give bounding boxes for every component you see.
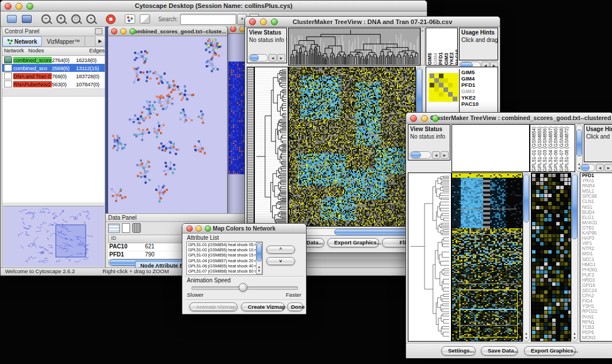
network-view-canvas[interactable]	[108, 36, 226, 213]
open-session-button[interactable]	[5, 13, 18, 25]
tv1-splitter[interactable]: ▸	[420, 28, 425, 66]
close-icon[interactable]	[5, 3, 12, 10]
attribute-item[interactable]: GPL51-07 (GSM868) heat shock 60 min	[187, 269, 256, 274]
search-label: Search:	[158, 16, 178, 22]
tv2-export-graphics-button[interactable]: Export Graphics...	[524, 346, 576, 355]
tv2-view-status-scrollbar[interactable]: ◀▶	[410, 151, 449, 159]
tv2-zoom-heatmap[interactable]	[531, 173, 571, 342]
move-up-button[interactable]: ^	[266, 246, 295, 254]
gene-label[interactable]: PAC10	[460, 101, 498, 107]
gene-label[interactable]: GIM3	[460, 88, 498, 94]
zoom-window-icon[interactable]	[271, 18, 278, 25]
delete-attribute-icon[interactable]	[132, 223, 141, 233]
create-vizmap-button[interactable]: Create Vizmap	[241, 302, 285, 311]
tv1-column-dendrogram[interactable]	[288, 28, 420, 66]
attribute-item[interactable]: GPL51-04 (GSM857) heat shock 20 min	[187, 258, 256, 263]
tv1-zoom-heatmap[interactable]	[429, 73, 458, 102]
tv2-gene-list: PFD1YRA1RNR4MSL1SPC98CLN1NIS1BUD4ELG1MAK…	[580, 173, 612, 342]
zoom-in-button[interactable]: +	[55, 13, 67, 25]
gene-label[interactable]: GIM5	[460, 69, 498, 75]
move-down-button[interactable]: v	[266, 257, 295, 265]
network-overview[interactable]	[3, 206, 104, 267]
treeview2-titlebar[interactable]: ClusterMaker TreeView : combined_scores_…	[406, 113, 612, 124]
vizmapper-button[interactable]	[124, 13, 136, 25]
save-session-button[interactable]	[20, 13, 33, 25]
map-colors-dialog[interactable]: Map Colors to Network Attribute List GPL…	[182, 223, 307, 315]
tab-overflow-button[interactable]: ▶	[95, 36, 105, 47]
tv2-heatmap[interactable]	[452, 173, 523, 342]
select-attributes-icon[interactable]	[108, 224, 120, 233]
tab-vizmapper[interactable]: VizMapper™	[42, 36, 85, 47]
zoom-window-icon[interactable]	[129, 28, 136, 35]
tv2-settings-button[interactable]: Settings...	[441, 346, 476, 355]
tv2-zoom-vscrollbar[interactable]: ▲▼	[571, 173, 578, 342]
attribute-item[interactable]: GPL51-06 (GSM865) heat shock 40 min	[187, 263, 256, 269]
tv1-row-dendrogram[interactable]	[254, 67, 288, 227]
control-panel-header: Control Panel	[2, 27, 105, 36]
minimize-icon[interactable]	[260, 18, 267, 25]
minimize-icon[interactable]	[120, 28, 127, 35]
attribute-item[interactable]: GPL51-01 (GSM854) heat shock 05 min	[187, 242, 256, 247]
zoom-window-icon[interactable]	[432, 115, 439, 122]
column-label[interactable]: PAC10	[455, 49, 458, 65]
close-icon[interactable]	[249, 18, 256, 25]
gene-label[interactable]: PFD1	[460, 82, 498, 88]
tv1-usage-hints-panel: Usage Hints Click and drag tc	[459, 28, 498, 60]
network-table-row[interactable]: combined_sco 2569(6) 13112(15)	[2, 64, 105, 72]
attribute-listbox[interactable]: GPL51-01 (GSM854) heat shock 05 minGPL51…	[186, 242, 263, 275]
tv1-view-status-scrollbar[interactable]: ◀▶	[248, 54, 285, 62]
minimize-icon[interactable]	[421, 115, 428, 122]
annotation-button[interactable]	[139, 13, 151, 25]
dialog-titlebar[interactable]: Map Colors to Network	[182, 224, 306, 233]
zoom-fit-button[interactable]: □	[70, 13, 82, 25]
main-titlebar[interactable]: Cytoscape Desktop (Session Name: collins…	[1, 1, 427, 12]
network-table-row[interactable]: DNA and Tran 07 769(0) 183728(0)	[2, 72, 105, 80]
network-row-icon	[4, 72, 12, 79]
network-view-1-titlebar[interactable]: combined_scores_good.txt--cluste...	[108, 26, 227, 36]
attribute-list-vscrollbar[interactable]: ▲▼	[256, 242, 262, 274]
network-table-row[interactable]: combined_scores 2764(0) 16218(0)	[2, 56, 105, 64]
search-input[interactable]	[180, 14, 236, 25]
tv2-genelist-hscrollbar[interactable]: ◀▶	[580, 164, 612, 171]
network-table-column: Network	[2, 47, 26, 55]
vizmapper-icon	[125, 14, 135, 24]
tab-network[interactable]: Network	[2, 36, 42, 47]
close-icon[interactable]	[410, 115, 417, 122]
tv2-save-data-button[interactable]: Save Data...	[481, 346, 518, 355]
column-label[interactable]: GPL51-08 (GSM872)	[564, 127, 570, 171]
gene-label[interactable]: MON2	[580, 335, 612, 340]
treeview1-titlebar[interactable]: ClusterMaker TreeView : DNA and Tran 07-…	[245, 17, 500, 27]
slider-thumb[interactable]	[239, 283, 247, 292]
tv1-heatmap[interactable]	[288, 67, 416, 227]
main-window-title: Cytoscape Desktop (Session Name: collins…	[1, 2, 427, 9]
minimize-icon[interactable]	[16, 3, 22, 10]
create-attribute-icon[interactable]	[122, 223, 130, 233]
close-icon[interactable]	[186, 225, 193, 232]
attribute-item[interactable]: GPL51-02 (GSM855) heat shock 10 min	[187, 247, 256, 252]
close-icon[interactable]	[230, 26, 236, 32]
network-view-window-1[interactable]: combined_scores_good.txt--cluste...	[108, 26, 228, 213]
gene-label[interactable]: YKE2	[460, 94, 498, 101]
network-overview-canvas[interactable]	[3, 206, 104, 267]
attribute-item[interactable]: GPL51-03 (GSM856) heat shock 15 min	[187, 252, 256, 258]
minimize-icon[interactable]	[196, 225, 202, 232]
treeview2-window[interactable]: ClusterMaker TreeView : combined_scores_…	[406, 112, 612, 358]
control-panel: Control Panel Network VizMapper™ ▶ Netwo…	[2, 26, 105, 268]
help-button[interactable]	[104, 13, 117, 25]
close-icon[interactable]	[111, 28, 117, 35]
tv2-row-dendrogram[interactable]	[408, 173, 452, 342]
zoom-window-icon[interactable]	[26, 3, 33, 10]
network-table-column: Nodes	[26, 47, 87, 55]
tv1-export-graphics-button[interactable]: Export Graphics...	[327, 238, 379, 247]
float-panel-icon[interactable]	[95, 28, 102, 35]
network-table-row[interactable]: RNAPuberNov2+ 563(0) 107847(0)	[2, 80, 105, 88]
gene-label[interactable]: GIM4	[460, 75, 498, 82]
animation-speed-label: Animation Speed	[187, 277, 231, 283]
zoom-window-icon[interactable]	[205, 225, 211, 232]
tv2-heatmap-vscrollbar[interactable]: ▲▼	[523, 173, 530, 342]
animate-vizmap-button[interactable]: Animate Vizmap	[189, 302, 238, 311]
done-button[interactable]: Done	[287, 302, 303, 311]
zoom-out-button[interactable]: −	[40, 13, 52, 25]
tv2-column-dendrogram[interactable]	[452, 124, 530, 172]
zoom-selected-button[interactable]: ▪	[85, 13, 97, 25]
